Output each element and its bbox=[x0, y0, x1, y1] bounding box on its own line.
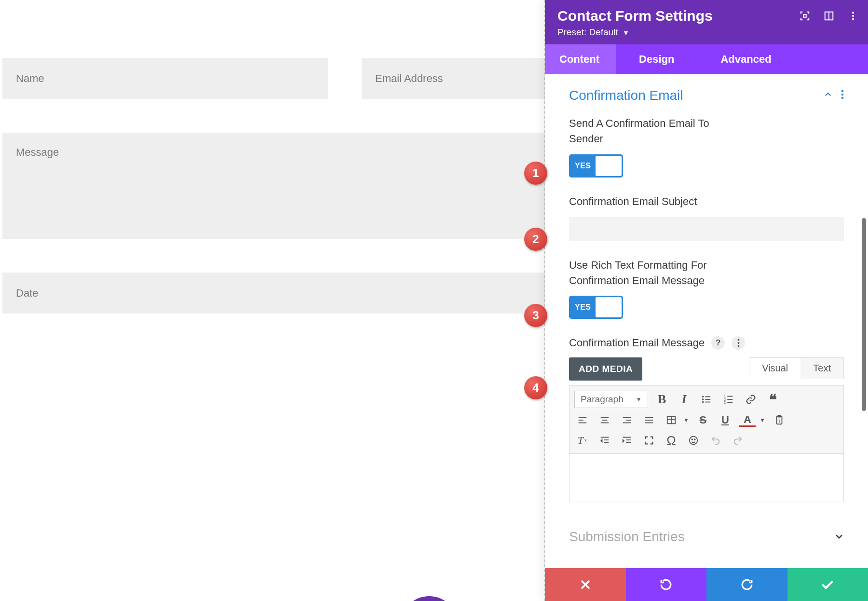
table-icon[interactable] bbox=[663, 412, 679, 428]
svg-point-12 bbox=[702, 396, 704, 398]
align-justify-icon[interactable] bbox=[641, 412, 657, 428]
underline-icon[interactable]: U bbox=[717, 412, 733, 428]
editor-tab-text[interactable]: Text bbox=[800, 358, 843, 379]
callout-1: 1 bbox=[524, 162, 547, 185]
callout-4: 4 bbox=[524, 376, 547, 399]
toggle-knob bbox=[596, 156, 622, 176]
svg-rect-44 bbox=[604, 442, 609, 443]
svg-rect-13 bbox=[705, 396, 710, 397]
panel-body: Confirmation Email Send A Confirmation E… bbox=[545, 74, 868, 568]
editor-content[interactable] bbox=[569, 454, 844, 502]
tab-design[interactable]: Design bbox=[616, 44, 697, 74]
name-field[interactable]: Name bbox=[2, 58, 328, 99]
help-icon[interactable]: ? bbox=[711, 336, 725, 350]
rich-text-toggle[interactable]: YES bbox=[569, 296, 623, 319]
bold-icon[interactable]: B bbox=[654, 391, 670, 408]
more-icon[interactable] bbox=[848, 11, 858, 21]
add-media-button[interactable]: ADD MEDIA bbox=[569, 357, 642, 381]
svg-point-16 bbox=[702, 401, 704, 403]
message-placeholder: Message bbox=[16, 146, 59, 159]
caret-down-icon: ▼ bbox=[623, 29, 629, 37]
name-placeholder: Name bbox=[16, 72, 44, 85]
tab-advanced[interactable]: Advanced bbox=[697, 44, 787, 74]
svg-text:T: T bbox=[778, 419, 781, 423]
svg-point-6 bbox=[841, 90, 844, 93]
svg-rect-32 bbox=[623, 423, 631, 423]
svg-rect-15 bbox=[705, 399, 710, 400]
section-header[interactable]: Confirmation Email bbox=[569, 88, 844, 103]
layout-icon[interactable] bbox=[824, 11, 834, 21]
section-title: Confirmation Email bbox=[569, 88, 683, 103]
collapse-icon[interactable] bbox=[824, 90, 832, 101]
svg-marker-49 bbox=[623, 439, 625, 443]
align-right-icon[interactable] bbox=[619, 412, 635, 428]
callout-3: 3 bbox=[524, 304, 547, 327]
save-button[interactable] bbox=[787, 568, 868, 601]
message-field[interactable]: Message bbox=[2, 133, 545, 239]
svg-rect-27 bbox=[601, 417, 609, 418]
svg-rect-31 bbox=[626, 420, 631, 421]
strikethrough-icon[interactable]: S bbox=[695, 412, 711, 428]
setting-message: Confirmation Email Message ? ADD MEDIA V… bbox=[569, 335, 844, 502]
svg-rect-40 bbox=[778, 415, 781, 417]
editor-tab-visual[interactable]: Visual bbox=[749, 358, 800, 379]
redo-button[interactable] bbox=[706, 568, 787, 601]
tab-content[interactable]: Content bbox=[545, 44, 616, 74]
chevron-down-icon bbox=[834, 529, 844, 545]
subject-input[interactable] bbox=[569, 217, 844, 241]
svg-rect-46 bbox=[623, 437, 631, 438]
svg-point-9 bbox=[737, 339, 739, 341]
fullscreen-icon[interactable] bbox=[641, 432, 657, 449]
section-submission-entries[interactable]: Submission Entries bbox=[569, 529, 844, 545]
quote-icon[interactable]: ❝ bbox=[765, 391, 781, 408]
svg-rect-24 bbox=[579, 417, 587, 418]
align-center-icon[interactable] bbox=[597, 412, 613, 428]
text-color-icon[interactable]: A bbox=[739, 413, 756, 427]
align-left-icon[interactable] bbox=[574, 412, 591, 428]
date-field[interactable]: Date bbox=[2, 273, 545, 314]
undo-button[interactable] bbox=[626, 568, 707, 601]
section-more-icon[interactable] bbox=[841, 90, 844, 101]
svg-rect-21 bbox=[727, 399, 732, 400]
rich-text-label: Use Rich Text Formatting For Confirmatio… bbox=[569, 258, 728, 288]
email-field[interactable]: Email Address bbox=[362, 58, 545, 99]
svg-point-50 bbox=[690, 437, 698, 445]
form-preview: Name Email Address Message Date bbox=[0, 0, 545, 347]
undo-icon[interactable] bbox=[707, 432, 724, 449]
panel-footer bbox=[545, 568, 868, 601]
paragraph-select[interactable]: Paragraph ▼ bbox=[574, 391, 648, 408]
svg-rect-34 bbox=[645, 420, 653, 421]
scan-icon[interactable] bbox=[800, 11, 810, 21]
settings-panel: Contact Form Settings Preset: Default ▼ … bbox=[545, 0, 868, 601]
send-confirmation-toggle[interactable]: YES bbox=[569, 154, 623, 178]
scrollbar-thumb[interactable] bbox=[862, 218, 866, 411]
table-caret-icon[interactable]: ▼ bbox=[683, 417, 689, 423]
svg-point-10 bbox=[737, 342, 739, 344]
clear-format-icon[interactable]: T× bbox=[574, 432, 591, 449]
emoji-icon[interactable] bbox=[685, 432, 702, 449]
email-placeholder: Email Address bbox=[375, 72, 443, 85]
svg-marker-45 bbox=[600, 439, 603, 443]
setting-rich-text: Use Rich Text Formatting For Confirmatio… bbox=[569, 258, 844, 319]
numbered-list-icon[interactable]: 123 bbox=[720, 391, 737, 408]
svg-rect-26 bbox=[579, 423, 587, 423]
message-more-icon[interactable] bbox=[732, 336, 745, 350]
preset-selector[interactable]: Preset: Default ▼ bbox=[557, 27, 855, 38]
redo-icon[interactable] bbox=[730, 432, 746, 449]
link-icon[interactable] bbox=[743, 391, 759, 408]
indent-icon[interactable] bbox=[619, 432, 635, 449]
cancel-button[interactable] bbox=[545, 568, 626, 601]
special-char-icon[interactable]: Ω bbox=[663, 432, 679, 449]
svg-rect-30 bbox=[623, 417, 631, 418]
color-caret-icon[interactable]: ▼ bbox=[760, 417, 765, 423]
outdent-icon[interactable] bbox=[597, 432, 613, 449]
paste-text-icon[interactable]: T bbox=[771, 412, 787, 428]
settings-tabs: Content Design Advanced bbox=[545, 44, 868, 74]
toggle-knob bbox=[596, 297, 622, 317]
svg-rect-42 bbox=[601, 437, 609, 438]
svg-rect-28 bbox=[602, 420, 608, 421]
svg-rect-33 bbox=[645, 417, 653, 418]
italic-icon[interactable]: I bbox=[676, 391, 692, 408]
bullet-list-icon[interactable] bbox=[698, 391, 715, 408]
setting-send-confirmation: Send A Confirmation Email To Sender YES bbox=[569, 116, 844, 178]
